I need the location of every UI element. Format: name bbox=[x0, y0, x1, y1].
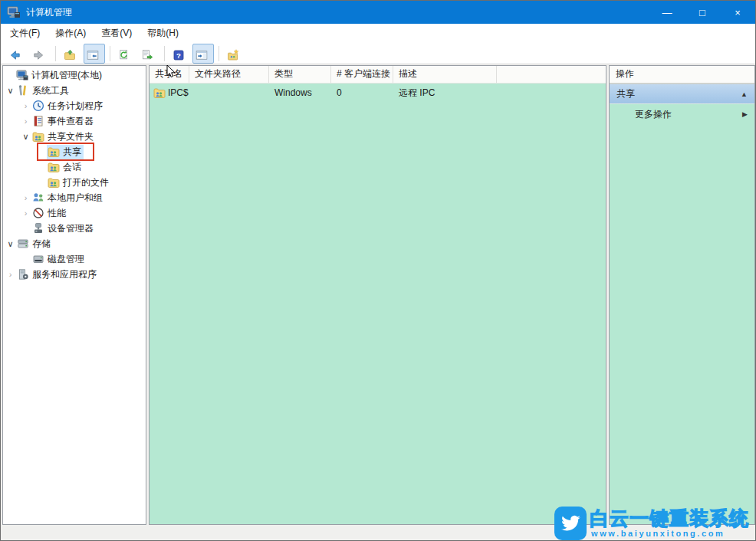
table-body: IPC$Windows0远程 IPC bbox=[150, 84, 606, 102]
tree-item[interactable]: ›事件查看器 bbox=[3, 113, 146, 129]
tree-item[interactable]: ∨系统工具 bbox=[3, 83, 146, 98]
actions-section-share[interactable]: 共享 ▲ bbox=[610, 84, 754, 104]
app-icon bbox=[7, 5, 21, 19]
actions-section-label: 共享 bbox=[616, 87, 741, 100]
minimize-button[interactable]: — bbox=[649, 1, 685, 24]
up-level-button[interactable] bbox=[61, 44, 82, 64]
toolbar-separator bbox=[110, 46, 110, 61]
watermark-title: 白云一键重装系统 bbox=[590, 509, 749, 528]
close-button[interactable]: × bbox=[720, 1, 755, 24]
chevron-down-icon[interactable]: ∨ bbox=[5, 86, 16, 96]
column-header[interactable]: 类型 bbox=[269, 66, 331, 83]
tree-node-content: 服务和应用程序 bbox=[16, 267, 99, 282]
console-tree-toggle-icon bbox=[87, 48, 99, 60]
window-title: 计算机管理 bbox=[26, 6, 72, 19]
cell-text: 远程 IPC bbox=[399, 87, 435, 98]
refresh-icon bbox=[118, 48, 130, 60]
tree-item-label: 共享文件夹 bbox=[48, 130, 94, 143]
show-action-pane-button[interactable] bbox=[192, 44, 214, 64]
cell-text: Windows bbox=[274, 87, 312, 98]
tree-node-content: 打开的文件 bbox=[47, 175, 111, 190]
tree-item[interactable]: ›任务计划程序 bbox=[3, 98, 146, 113]
tree-item-label: 磁盘管理 bbox=[48, 253, 84, 266]
tree-item[interactable]: ›性能 bbox=[3, 205, 146, 221]
export-list-button[interactable] bbox=[138, 44, 159, 64]
chevron-right-icon[interactable]: › bbox=[20, 193, 31, 202]
toolbar-separator bbox=[164, 46, 165, 61]
tree-item[interactable]: ›本地用户和组 bbox=[3, 190, 146, 205]
tree-item[interactable]: 打开的文件 bbox=[3, 175, 146, 190]
column-header[interactable]: 文件夹路径 bbox=[189, 66, 269, 83]
chevron-right-icon[interactable]: › bbox=[20, 116, 31, 126]
tree-item[interactable]: 计算机管理(本地) bbox=[3, 67, 146, 83]
more-actions-item[interactable]: 更多操作 ▶ bbox=[610, 104, 754, 124]
tree-item-label: 存储 bbox=[32, 238, 51, 251]
tree-node-content: 共享 bbox=[47, 145, 84, 159]
menu-item-help[interactable]: 帮助(H) bbox=[140, 24, 186, 43]
performance-icon bbox=[32, 207, 44, 219]
tree-item-label: 设备管理器 bbox=[48, 222, 94, 235]
forward-icon bbox=[32, 48, 44, 60]
device-manager-icon bbox=[32, 222, 44, 234]
tree-item-label: 事件查看器 bbox=[48, 115, 94, 128]
console-tree-pane: 计算机管理(本地)∨系统工具›任务计划程序›事件查看器∨共享文件夹共享会话打开的… bbox=[2, 65, 146, 525]
svg-text:?: ? bbox=[176, 51, 181, 59]
column-header[interactable]: # 客户端连接 bbox=[331, 66, 393, 83]
maximize-button[interactable]: □ bbox=[685, 1, 720, 24]
menu-item-action[interactable]: 操作(A) bbox=[48, 24, 94, 43]
tree-item-label: 性能 bbox=[48, 207, 66, 220]
forward-button[interactable] bbox=[29, 44, 51, 64]
shared-folder-icon bbox=[153, 87, 166, 99]
tree-item[interactable]: 设备管理器 bbox=[3, 221, 146, 236]
menu-item-view[interactable]: 查看(V) bbox=[94, 24, 140, 43]
column-header[interactable]: 描述 bbox=[393, 66, 497, 83]
refresh-button[interactable] bbox=[115, 44, 136, 64]
actions-pane-title: 操作 bbox=[610, 66, 754, 84]
table-cell: Windows bbox=[269, 87, 331, 98]
watermark: 白云一键重装系统 www.baiyunxitong.com bbox=[554, 507, 749, 540]
help-icon: ? bbox=[173, 48, 185, 60]
share-wizard-icon bbox=[227, 48, 239, 60]
tree-item[interactable]: ∨存储 bbox=[3, 236, 146, 251]
menu-item-file[interactable]: 文件(F) bbox=[2, 24, 48, 43]
shared-folder-icon bbox=[32, 130, 44, 143]
tree-item[interactable]: ∨共享文件夹 bbox=[3, 129, 146, 144]
table-header: 共享名文件夹路径类型# 客户端连接描述 bbox=[150, 66, 606, 84]
event-viewer-icon bbox=[32, 115, 44, 127]
watermark-text: 白云一键重装系统 www.baiyunxitong.com bbox=[590, 509, 749, 540]
share-wizard-button[interactable] bbox=[224, 44, 245, 64]
tools-icon bbox=[17, 84, 29, 97]
actions-pane: 操作 共享 ▲ 更多操作 ▶ bbox=[609, 65, 755, 525]
table-row[interactable]: IPC$Windows0远程 IPC bbox=[150, 84, 606, 102]
tree-node-content: 共享文件夹 bbox=[31, 130, 96, 144]
table-cell: IPC$ bbox=[150, 87, 189, 99]
cell-text: 0 bbox=[337, 87, 342, 98]
tree-item[interactable]: 会话 bbox=[3, 159, 146, 175]
collapse-section-icon[interactable]: ▲ bbox=[741, 90, 748, 98]
watermark-url: www.baiyunxitong.com bbox=[591, 529, 749, 538]
cell-text: IPC$ bbox=[168, 87, 189, 98]
chevron-down-icon[interactable]: ∨ bbox=[20, 132, 31, 142]
tree-node-content: 本地用户和组 bbox=[31, 191, 105, 205]
chevron-right-icon[interactable]: › bbox=[5, 270, 16, 279]
chevron-down-icon[interactable]: ∨ bbox=[5, 239, 16, 249]
chevron-right-icon[interactable]: › bbox=[20, 208, 31, 218]
show-console-tree-button[interactable] bbox=[84, 44, 105, 64]
folder-up-icon bbox=[64, 48, 76, 60]
column-header[interactable] bbox=[497, 66, 606, 83]
chevron-right-icon[interactable]: › bbox=[20, 101, 31, 110]
shared-folder-icon bbox=[48, 176, 60, 189]
shared-folder-icon bbox=[48, 146, 60, 158]
shares-list-pane: 共享名文件夹路径类型# 客户端连接描述 IPC$Windows0远程 IPC bbox=[149, 65, 606, 525]
disk-management-icon bbox=[32, 253, 44, 265]
back-button[interactable] bbox=[6, 44, 28, 64]
tree-item[interactable]: 磁盘管理 bbox=[3, 251, 146, 267]
tree-item[interactable]: ›服务和应用程序 bbox=[3, 267, 146, 282]
help-button[interactable]: ? bbox=[169, 44, 191, 64]
tree-node-content: 计算机管理(本地) bbox=[15, 68, 104, 83]
action-pane-toggle-icon bbox=[196, 48, 208, 60]
tree-item[interactable]: 共享 bbox=[3, 144, 146, 159]
computer-icon bbox=[16, 69, 28, 81]
more-actions-label: 更多操作 bbox=[635, 108, 742, 121]
tree-node-content: 设备管理器 bbox=[31, 221, 96, 236]
